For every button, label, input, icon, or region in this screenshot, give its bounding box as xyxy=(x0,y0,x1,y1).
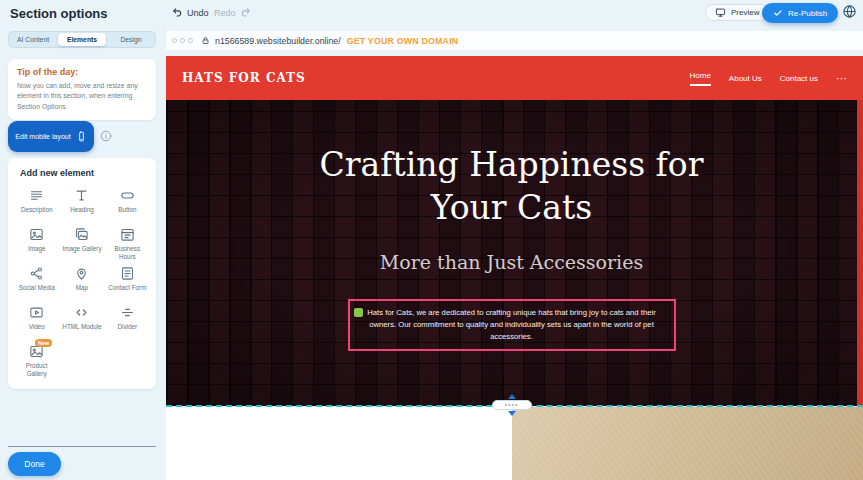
add-element-label: Divider xyxy=(118,323,138,331)
nav-item-about-us[interactable]: About Us xyxy=(729,74,762,83)
nav-more-icon[interactable]: ⋯ xyxy=(836,74,847,82)
info-icon xyxy=(100,130,112,142)
site-header: HATS FOR CATS Home About Us Contact us ⋯ xyxy=(166,56,863,100)
monitor-icon xyxy=(715,7,726,18)
info-button[interactable] xyxy=(100,130,112,142)
arrow-up-icon xyxy=(508,394,516,399)
preview-label: Preview xyxy=(731,8,759,17)
tab-elements[interactable]: Elements xyxy=(58,33,106,46)
add-element-button[interactable]: Button xyxy=(105,185,150,224)
nav-item-contact-us[interactable]: Contact us xyxy=(780,74,818,83)
description-icon xyxy=(29,188,44,203)
add-element-label: Video xyxy=(29,323,45,331)
add-element-label: Button xyxy=(118,206,136,214)
sidebar-divider xyxy=(8,446,156,447)
add-element-label: HTML Module xyxy=(62,323,101,331)
add-element-label: Contact Form xyxy=(108,284,146,292)
arrow-down-icon xyxy=(508,411,516,416)
add-element-description[interactable]: Description xyxy=(14,185,59,224)
undo-button[interactable]: Undo xyxy=(172,7,209,18)
browser-address-bar: n1566589.websitebuilder.online/ GET YOUR… xyxy=(166,31,863,51)
republish-button[interactable]: Re-Publish xyxy=(762,3,838,23)
redo-label: Redo xyxy=(214,8,236,18)
hero-section[interactable]: Crafting Happiness for Your Cats More th… xyxy=(166,100,857,406)
add-element-heading[interactable]: Heading xyxy=(59,185,104,224)
preview-button[interactable]: Preview xyxy=(705,4,769,21)
add-element-label: Image xyxy=(28,245,46,253)
edit-mobile-label: Edit mobile layout xyxy=(15,133,70,140)
done-button[interactable]: Done xyxy=(8,452,61,476)
page-title: Section options xyxy=(10,6,108,21)
add-element-label: Map xyxy=(76,284,88,292)
next-section-image[interactable] xyxy=(512,407,863,480)
add-element-label: Heading xyxy=(70,206,93,214)
heading-icon xyxy=(74,188,89,203)
add-element-divider[interactable]: Divider xyxy=(105,302,150,341)
add-element-product-gallery[interactable]: New Product Gallery xyxy=(14,341,59,380)
window-dot-icon xyxy=(180,38,185,43)
add-element-business-hours[interactable]: Business Hours xyxy=(105,224,150,263)
lock-icon xyxy=(201,36,210,45)
add-panel-title: Add new element xyxy=(8,158,156,180)
add-element-label: Image Gallery xyxy=(62,245,101,253)
check-icon xyxy=(773,8,783,18)
image-gallery-icon xyxy=(74,227,89,242)
hero-paragraph: Hats for Cats, we are dedicated to craft… xyxy=(359,307,665,343)
add-element-image[interactable]: Image xyxy=(14,224,59,263)
redo-icon xyxy=(240,7,251,18)
phone-icon xyxy=(76,131,87,142)
nav-item-home[interactable]: Home xyxy=(690,71,711,86)
section-resize-handle[interactable]: •••• xyxy=(490,394,533,416)
selected-text-element[interactable]: Hats for Cats, we are dedicated to craft… xyxy=(348,299,676,351)
map-icon xyxy=(74,266,89,281)
window-dot-icon xyxy=(172,38,177,43)
button-icon xyxy=(120,188,135,203)
add-element-label: Description xyxy=(21,206,53,214)
tip-body: Now you can add, move and resize any ele… xyxy=(17,81,147,112)
divider-icon xyxy=(120,305,135,320)
redo-button[interactable]: Redo xyxy=(214,7,251,18)
element-grid: Description Heading Button Image Image G… xyxy=(8,180,156,380)
republish-label: Re-Publish xyxy=(788,9,827,18)
site-logo[interactable]: HATS FOR CATS xyxy=(182,71,306,85)
window-dot-icon xyxy=(188,38,193,43)
business-hours-icon xyxy=(120,227,135,242)
image-icon xyxy=(29,227,44,242)
add-element-label: Product Gallery xyxy=(16,362,58,378)
add-new-element-panel: Add new element Description Heading Butt… xyxy=(8,158,156,389)
hero-subtitle[interactable]: More than Just Accessories xyxy=(380,251,643,273)
globe-icon xyxy=(842,4,857,19)
app-window: Section options Undo Redo Preview Re-Pub… xyxy=(0,0,863,480)
add-element-label: Social Media xyxy=(19,284,55,292)
preview-scrollbar[interactable] xyxy=(857,100,863,406)
add-element-image-gallery[interactable]: Image Gallery xyxy=(59,224,104,263)
add-element-social-media[interactable]: Social Media xyxy=(14,263,59,302)
language-globe-button[interactable] xyxy=(842,4,857,19)
new-badge: New xyxy=(35,339,52,347)
site-url[interactable]: n1566589.websitebuilder.online/ xyxy=(215,36,341,46)
contact-form-icon xyxy=(120,266,135,281)
sidebar-tabs: AI Content Elements Design xyxy=(8,31,156,48)
hero-title[interactable]: Crafting Happiness for Your Cats xyxy=(297,144,727,230)
site-nav: Home About Us Contact us ⋯ xyxy=(690,71,848,86)
add-element-label: Business Hours xyxy=(106,245,148,261)
video-icon xyxy=(29,305,44,320)
tip-of-the-day-panel: Tip of the day: Now you can add, move an… xyxy=(8,59,156,120)
add-element-contact-form[interactable]: Contact Form xyxy=(105,263,150,302)
undo-icon xyxy=(172,7,183,18)
add-element-html-module[interactable]: HTML Module xyxy=(59,302,104,341)
add-element-video[interactable]: Video xyxy=(14,302,59,341)
tip-title: Tip of the day: xyxy=(17,67,147,77)
html-module-icon xyxy=(74,305,89,320)
tab-ai-content[interactable]: AI Content xyxy=(9,32,57,47)
tab-design[interactable]: Design xyxy=(107,32,155,47)
social-media-icon xyxy=(29,266,44,281)
drag-handle-icon: •••• xyxy=(492,400,532,410)
undo-label: Undo xyxy=(187,8,209,18)
edit-mobile-layout-button[interactable]: Edit mobile layout xyxy=(8,121,94,152)
element-drag-marker[interactable] xyxy=(354,308,363,317)
get-domain-link[interactable]: GET YOUR OWN DOMAIN xyxy=(347,36,459,46)
add-element-map[interactable]: Map xyxy=(59,263,104,302)
